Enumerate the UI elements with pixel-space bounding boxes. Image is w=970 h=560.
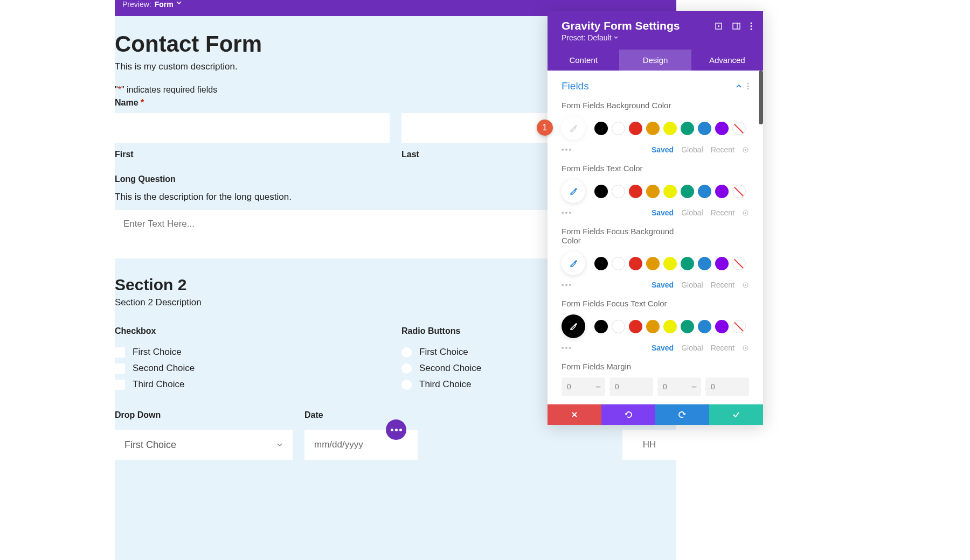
time-input[interactable]: HH [622, 430, 676, 460]
color-swatch[interactable] [594, 320, 608, 333]
palette-tab-global[interactable]: Global [681, 344, 703, 352]
snap-icon[interactable] [732, 22, 740, 30]
checkbox-row[interactable]: Second Choice [115, 363, 390, 374]
checkbox-row[interactable]: First Choice [115, 347, 390, 358]
color-swatch-none[interactable] [732, 122, 746, 135]
settings-panel: Gravity Form Settings Preset: Default Co… [548, 11, 763, 425]
palette-tab-saved[interactable]: Saved [652, 344, 674, 352]
fab-more-button[interactable] [386, 419, 406, 440]
palette-tab-global[interactable]: Global [681, 281, 703, 289]
color-swatch[interactable] [612, 320, 625, 333]
palette-tab-recent[interactable]: Recent [711, 208, 735, 217]
eyedropper-button[interactable] [562, 116, 585, 140]
color-swatch[interactable] [594, 122, 608, 135]
more-icon[interactable] [750, 22, 752, 30]
save-button[interactable] [709, 404, 763, 425]
color-swatch-none[interactable] [732, 320, 746, 333]
gear-icon[interactable] [742, 209, 749, 216]
color-swatch[interactable] [629, 320, 642, 333]
color-swatch[interactable] [698, 122, 711, 135]
checkbox-row[interactable]: Third Choice [115, 379, 390, 390]
preset-selector[interactable]: Preset: Default [562, 33, 752, 42]
color-swatch[interactable] [715, 122, 729, 135]
first-name-input[interactable] [115, 113, 390, 143]
dot-icon [391, 429, 393, 431]
gear-icon[interactable] [742, 282, 749, 289]
color-swatch[interactable] [594, 185, 608, 198]
color-swatch[interactable] [629, 185, 642, 198]
date-label: Date [304, 410, 418, 420]
color-swatch[interactable] [594, 257, 608, 270]
req-suffix: " indicates required fields [121, 85, 217, 94]
eyedropper-button[interactable] [562, 314, 585, 338]
palette-tab-saved[interactable]: Saved [652, 208, 674, 217]
palette-tab-recent[interactable]: Recent [711, 344, 735, 352]
color-swatch[interactable] [612, 257, 625, 270]
color-swatch[interactable] [646, 320, 660, 333]
margin-input-right[interactable]: 0 [609, 377, 653, 396]
undo-button[interactable] [601, 404, 655, 425]
link-icon[interactable]: ⫘ [595, 383, 601, 390]
more-icon[interactable] [562, 347, 571, 349]
color-swatch[interactable] [698, 257, 711, 270]
chevron-up-icon[interactable] [735, 82, 743, 90]
gear-icon[interactable] [742, 146, 749, 153]
tab-advanced[interactable]: Advanced [691, 50, 763, 71]
color-swatch[interactable] [663, 122, 677, 135]
palette-tab-recent[interactable]: Recent [711, 145, 735, 154]
radio-icon[interactable] [401, 347, 412, 358]
preset-label: Preset: Default [562, 33, 612, 42]
radio-icon[interactable] [401, 363, 412, 374]
palette-tab-global[interactable]: Global [681, 208, 703, 217]
section-header-fields[interactable]: Fields [562, 80, 749, 92]
color-swatch[interactable] [698, 185, 711, 198]
scrollbar[interactable] [759, 71, 763, 124]
margin-input-top[interactable]: 0⫘ [562, 377, 605, 396]
color-swatch[interactable] [629, 122, 642, 135]
color-swatch[interactable] [681, 122, 694, 135]
color-swatch[interactable] [681, 320, 694, 333]
dropdown-select[interactable]: First Choice [115, 430, 293, 460]
color-swatch[interactable] [646, 122, 660, 135]
close-button[interactable] [548, 404, 601, 425]
color-swatch[interactable] [663, 257, 677, 270]
color-swatch[interactable] [646, 257, 660, 270]
color-swatch[interactable] [663, 320, 677, 333]
color-swatch[interactable] [629, 257, 642, 270]
color-swatch[interactable] [715, 185, 729, 198]
color-swatch[interactable] [663, 185, 677, 198]
palette-tab-saved[interactable]: Saved [652, 281, 674, 289]
color-swatch[interactable] [715, 320, 729, 333]
eyedropper-button[interactable] [562, 251, 585, 275]
checkbox-icon[interactable] [115, 347, 125, 358]
palette-tab-saved[interactable]: Saved [652, 145, 674, 154]
redo-button[interactable] [655, 404, 709, 425]
color-swatch[interactable] [612, 185, 625, 198]
color-swatch[interactable] [681, 257, 694, 270]
color-swatch[interactable] [612, 122, 625, 135]
expand-icon[interactable] [715, 22, 723, 30]
more-icon[interactable] [562, 212, 571, 214]
margin-input-bottom[interactable]: 0⫘ [657, 377, 701, 396]
tab-design[interactable]: Design [619, 50, 691, 71]
tab-content[interactable]: Content [548, 50, 619, 71]
color-swatch[interactable] [698, 320, 711, 333]
color-swatch[interactable] [715, 257, 729, 270]
color-swatch[interactable] [646, 185, 660, 198]
radio-icon[interactable] [401, 380, 412, 390]
margin-input-left[interactable]: 0 [705, 377, 749, 396]
more-icon[interactable] [747, 82, 749, 90]
palette-tab-recent[interactable]: Recent [711, 281, 735, 289]
choice-label: Second Choice [133, 363, 195, 374]
checkbox-icon[interactable] [115, 380, 125, 390]
link-icon[interactable]: ⫘ [691, 383, 697, 390]
color-swatch[interactable] [681, 185, 694, 198]
more-icon[interactable] [562, 149, 571, 151]
color-swatch-none[interactable] [732, 257, 746, 270]
gear-icon[interactable] [742, 345, 749, 352]
checkbox-icon[interactable] [115, 363, 125, 374]
more-icon[interactable] [562, 284, 571, 286]
eyedropper-button[interactable] [562, 179, 585, 203]
color-swatch-none[interactable] [732, 185, 746, 198]
palette-tab-global[interactable]: Global [681, 145, 703, 154]
